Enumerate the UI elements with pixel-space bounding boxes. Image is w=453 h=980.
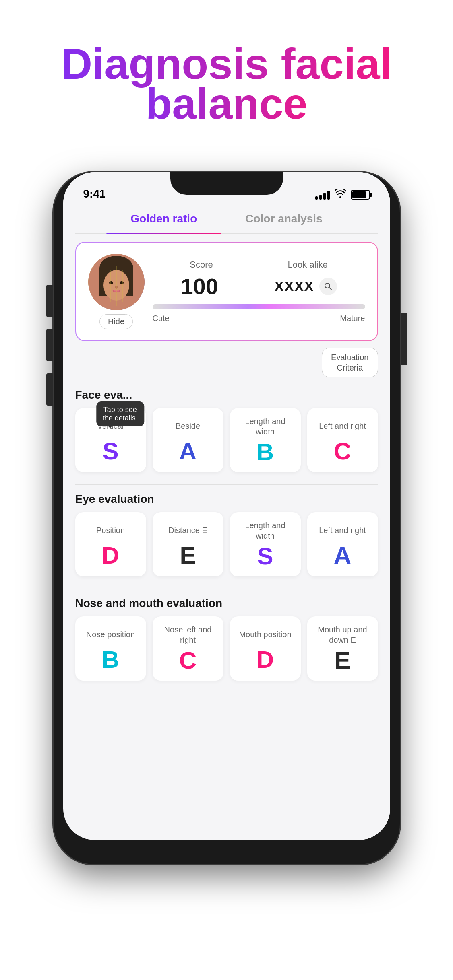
face-evaluation-grid: Tap to see the details. Vertical S Besid… bbox=[75, 408, 378, 472]
phone-mockup: 9:41 bbox=[54, 160, 400, 864]
card-label: Nose left and right bbox=[158, 624, 218, 645]
hero-subtitle: balance bbox=[121, 80, 331, 128]
svg-line-16 bbox=[329, 287, 332, 290]
search-icon bbox=[324, 282, 333, 291]
score-labels: Score Look alike bbox=[153, 259, 365, 270]
evaluation-criteria-button[interactable]: Evaluation Criteria bbox=[322, 348, 378, 377]
mouth-position-card[interactable]: Mouth position D bbox=[230, 616, 301, 681]
look-alike-row: XXXX bbox=[275, 278, 337, 295]
wifi-icon bbox=[335, 189, 346, 200]
avatar-svg bbox=[88, 254, 145, 310]
tab-golden-ratio[interactable]: Golden ratio bbox=[106, 204, 221, 233]
divider-2 bbox=[75, 589, 378, 589]
face-length-width-card[interactable]: Length and width B bbox=[230, 408, 301, 472]
score-card: Hide Score Look alike 100 XXXX bbox=[75, 242, 378, 341]
score-number: 100 bbox=[180, 273, 218, 299]
grade-letter: S bbox=[236, 544, 295, 568]
eye-left-right-card[interactable]: Left and right A bbox=[307, 512, 378, 576]
eye-evaluation-grid: Position D Distance E E Length and width… bbox=[75, 512, 378, 576]
search-button[interactable] bbox=[319, 278, 337, 295]
face-left-right-card[interactable]: Left and right C bbox=[307, 408, 378, 472]
score-header: Score bbox=[190, 259, 213, 270]
grade-letter: B bbox=[236, 440, 295, 464]
card-label: Mouth up and down E bbox=[313, 624, 372, 645]
status-time: 9:41 bbox=[83, 187, 106, 200]
face-beside-card[interactable]: Beside A bbox=[153, 408, 223, 472]
card-label: Left and right bbox=[313, 520, 372, 540]
look-alike-header: Look alike bbox=[288, 259, 328, 270]
hide-button[interactable]: Hide bbox=[99, 314, 133, 329]
grade-letter: E bbox=[313, 649, 372, 673]
grade-letter: A bbox=[313, 544, 372, 568]
grade-letter: E bbox=[158, 544, 218, 568]
mouth-up-down-card[interactable]: Mouth up and down E E bbox=[307, 616, 378, 681]
card-label: Length and width bbox=[236, 416, 295, 437]
mature-label: Mature bbox=[340, 314, 365, 323]
grade-letter: C bbox=[158, 649, 218, 673]
tabs-row: Golden ratio Color analysis bbox=[75, 204, 378, 234]
signal-icon bbox=[315, 190, 330, 200]
look-alike-text: XXXX bbox=[275, 278, 314, 294]
nose-mouth-evaluation-grid: Nose position B Nose left and right C Mo… bbox=[75, 616, 378, 705]
card-label: Nose position bbox=[81, 624, 141, 644]
nose-mouth-evaluation-header: Nose and mouth evaluation bbox=[75, 597, 378, 610]
card-label: Position bbox=[81, 520, 141, 540]
card-label: Left and right bbox=[313, 416, 372, 436]
grade-letter: B bbox=[81, 648, 141, 672]
app-content: Golden ratio Color analysis bbox=[63, 204, 390, 705]
face-vertical-card[interactable]: Tap to see the details. Vertical S bbox=[75, 408, 146, 472]
grade-letter: D bbox=[81, 544, 141, 568]
card-label: Length and width bbox=[236, 520, 295, 541]
score-section: Score Look alike 100 XXXX bbox=[153, 259, 365, 323]
eye-length-width-card[interactable]: Length and width S bbox=[230, 512, 301, 576]
status-icons bbox=[315, 189, 370, 200]
eye-position-card[interactable]: Position D bbox=[75, 512, 146, 576]
grade-letter: C bbox=[313, 439, 372, 463]
cute-label: Cute bbox=[153, 314, 170, 323]
phone-notch bbox=[170, 172, 283, 195]
battery-icon bbox=[351, 190, 370, 200]
phone-screen: 9:41 bbox=[63, 172, 390, 840]
grade-letter: D bbox=[236, 648, 295, 672]
face-evaluation-header: Face eva... bbox=[75, 389, 378, 401]
card-label: Beside bbox=[158, 416, 218, 436]
eye-evaluation-header: Eye evaluation bbox=[75, 493, 378, 506]
score-values: 100 XXXX bbox=[153, 273, 365, 299]
nose-position-card[interactable]: Nose position B bbox=[75, 616, 146, 681]
grade-letter: A bbox=[158, 439, 218, 463]
phone-shell: 9:41 bbox=[54, 172, 400, 864]
card-label: Mouth position bbox=[236, 624, 295, 644]
nose-left-right-card[interactable]: Nose left and right C bbox=[153, 616, 223, 681]
avatar bbox=[88, 254, 145, 310]
eye-distance-card[interactable]: Distance E E bbox=[153, 512, 223, 576]
tooltip: Tap to see the details. bbox=[96, 401, 144, 426]
tab-color-analysis[interactable]: Color analysis bbox=[221, 204, 346, 233]
card-label: Distance E bbox=[158, 520, 218, 540]
divider-1 bbox=[75, 484, 378, 485]
cute-mature-labels: Cute Mature bbox=[153, 314, 365, 323]
cute-mature-slider bbox=[153, 304, 365, 309]
grade-letter: S bbox=[81, 439, 141, 463]
